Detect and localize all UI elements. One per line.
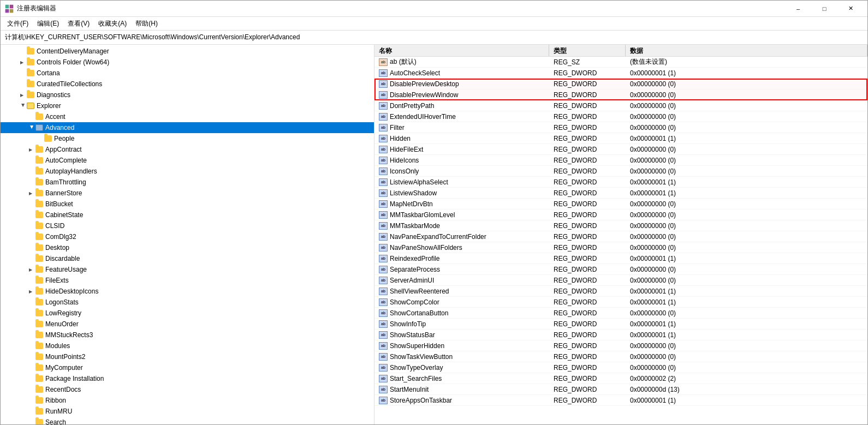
tree-item-Ribbon[interactable]: Ribbon xyxy=(1,395,374,406)
tree-item-FeatureUsage[interactable]: ▶ FeatureUsage xyxy=(1,264,374,275)
values-panel[interactable]: 名称 类型 数据 ab ab (默认) REG_SZ (数值未设置) xyxy=(374,45,867,424)
svg-rect-2 xyxy=(5,9,9,13)
close-button[interactable]: ✕ xyxy=(838,1,863,17)
tree-item-MenuOrder[interactable]: MenuOrder xyxy=(1,319,374,330)
tree-item-HideDesktopIcons[interactable]: ▶ HideDesktopIcons xyxy=(1,286,374,297)
value-row-ReindexedProfile[interactable]: ab ReindexedProfile REG_DWORD 0x00000001… xyxy=(374,253,867,264)
menu-view[interactable]: 查看(V) xyxy=(63,18,94,29)
value-row-ListviewAlphaSelect[interactable]: ab ListviewAlphaSelect REG_DWORD 0x00000… xyxy=(374,177,867,188)
value-row-ServerAdminUI[interactable]: ab ServerAdminUI REG_DWORD 0x00000000 (0… xyxy=(374,275,867,286)
values-list: ab ab (默认) REG_SZ (数值未设置) ab AutoCheckSe… xyxy=(374,57,867,406)
tree-item-RecentDocs[interactable]: RecentDocs xyxy=(1,384,374,395)
tree-item-AppContract[interactable]: ▶ AppContract xyxy=(1,144,374,155)
address-bar: 计算机\HKEY_CURRENT_USER\SOFTWARE\Microsoft… xyxy=(1,31,867,45)
tree-item-BannerStore[interactable]: ▶ BannerStore xyxy=(1,188,374,199)
highlighted-group: ab DisablePreviewDesktop REG_DWORD 0x000… xyxy=(374,79,867,100)
tree-item-ControlsFolder[interactable]: ▶ Controls Folder (Wow64) xyxy=(1,57,374,68)
menu-help[interactable]: 帮助(H) xyxy=(131,18,162,29)
app-icon xyxy=(5,4,14,13)
menu-file[interactable]: 文件(F) xyxy=(3,18,33,29)
tree-item-Modules[interactable]: Modules xyxy=(1,340,374,351)
value-row-StartMenuInit[interactable]: ab StartMenuInit REG_DWORD 0x0000000d (1… xyxy=(374,384,867,395)
tree-item-Diagnostics[interactable]: ▶ Diagnostics xyxy=(1,89,374,100)
value-row-ExtendedUIHoverTime[interactable]: ab ExtendedUIHoverTime REG_DWORD 0x00000… xyxy=(374,111,867,122)
tree-item-PackageInstallation[interactable]: Package Installation xyxy=(1,373,374,384)
registry-editor-window: 注册表编辑器 – □ ✕ 文件(F) 编辑(E) 查看(V) 收藏夹(A) 帮助… xyxy=(0,0,868,425)
maximize-button[interactable]: □ xyxy=(812,1,837,17)
tree-item-MMStuckRects3[interactable]: MMStuckRects3 xyxy=(1,330,374,340)
value-row-ShowTaskViewButton[interactable]: ab ShowTaskViewButton REG_DWORD 0x000000… xyxy=(374,351,867,362)
reg-dword-icon-dpw: ab xyxy=(379,91,388,99)
value-row-SeparateProcess[interactable]: ab SeparateProcess REG_DWORD 0x00000000 … xyxy=(374,264,867,275)
tree-item-BamThrottling[interactable]: BamThrottling xyxy=(1,177,374,188)
tree-item-MyComputer[interactable]: MyComputer xyxy=(1,362,374,373)
tree-item-LowRegistry[interactable]: LowRegistry xyxy=(1,308,374,319)
value-row-ShowTypeOverlay[interactable]: ab ShowTypeOverlay REG_DWORD 0x00000000 … xyxy=(374,362,867,373)
tree-item-AutoComplete[interactable]: AutoComplete xyxy=(1,155,374,166)
value-row-ListviewShadow[interactable]: ab ListviewShadow REG_DWORD 0x00000001 (… xyxy=(374,188,867,199)
value-row-StoreAppsOnTaskbar[interactable]: ab StoreAppsOnTaskbar REG_DWORD 0x000000… xyxy=(374,395,867,406)
tree-item-ContentDeliveryManager[interactable]: ContentDeliveryManager xyxy=(1,46,374,57)
tree-item-RunMRU[interactable]: RunMRU xyxy=(1,406,374,417)
value-row-DisablePreviewDesktop[interactable]: ab DisablePreviewDesktop REG_DWORD 0x000… xyxy=(374,79,867,89)
value-row-DontPrettyPath[interactable]: ab DontPrettyPath REG_DWORD 0x00000000 (… xyxy=(374,100,867,111)
value-row-Hidden[interactable]: ab Hidden REG_DWORD 0x00000001 (1) xyxy=(374,133,867,144)
value-row-ShowCortanaButton[interactable]: ab ShowCortanaButton REG_DWORD 0x0000000… xyxy=(374,308,867,319)
tree-item-LogonStats[interactable]: LogonStats xyxy=(1,297,374,308)
value-row-MapNetDrvBtn[interactable]: ab MapNetDrvBtn REG_DWORD 0x00000000 (0) xyxy=(374,199,867,209)
value-row-NavPaneShowAllFolders[interactable]: ab NavPaneShowAllFolders REG_DWORD 0x000… xyxy=(374,242,867,253)
tree-item-ComDlg32[interactable]: ComDlg32 xyxy=(1,231,374,242)
main-content: ContentDeliveryManager ▶ Controls Folder… xyxy=(1,45,867,424)
tree-item-People[interactable]: People xyxy=(1,133,374,144)
value-row-AutoCheckSelect[interactable]: ab AutoCheckSelect REG_DWORD 0x00000001 … xyxy=(374,68,867,79)
value-row-ShellViewReentered[interactable]: ab ShellViewReentered REG_DWORD 0x000000… xyxy=(374,286,867,297)
value-row-IconsOnly[interactable]: ab IconsOnly REG_DWORD 0x00000000 (0) xyxy=(374,166,867,177)
menu-bar: 文件(F) 编辑(E) 查看(V) 收藏夹(A) 帮助(H) xyxy=(1,17,867,31)
address-text: 计算机\HKEY_CURRENT_USER\SOFTWARE\Microsoft… xyxy=(5,33,300,42)
tree-item-Cortana[interactable]: Cortana xyxy=(1,68,374,79)
header-name[interactable]: 名称 xyxy=(374,45,549,56)
svg-rect-3 xyxy=(10,9,13,13)
value-row-ShowSuperHidden[interactable]: ab ShowSuperHidden REG_DWORD 0x00000000 … xyxy=(374,340,867,351)
tree-item-BitBucket[interactable]: BitBucket xyxy=(1,199,374,209)
tree-item-FileExts[interactable]: FileExts xyxy=(1,275,374,286)
value-row-MMTaskbarGlomLevel[interactable]: ab MMTaskbarGlomLevel REG_DWORD 0x000000… xyxy=(374,209,867,220)
value-row-ShowStatusBar[interactable]: ab ShowStatusBar REG_DWORD 0x00000001 (1… xyxy=(374,330,867,340)
tree-item-CabinetState[interactable]: CabinetState xyxy=(1,209,374,220)
value-row-NavPaneExpandToCurrentFolder[interactable]: ab NavPaneExpandToCurrentFolder REG_DWOR… xyxy=(374,231,867,242)
tree-item-Accent[interactable]: Accent xyxy=(1,111,374,122)
svg-rect-1 xyxy=(10,5,13,8)
tree-item-Search[interactable]: Search xyxy=(1,417,374,424)
reg-dword-icon-dpd: ab xyxy=(379,80,388,88)
tree-item-Advanced[interactable]: ▶ Advanced ◄ xyxy=(1,122,374,133)
reg-dword-icon: ab xyxy=(379,69,388,77)
value-row-Filter[interactable]: ab Filter REG_DWORD 0x00000000 (0) xyxy=(374,122,867,133)
reg-sz-icon: ab xyxy=(379,58,388,66)
header-data[interactable]: 数据 xyxy=(626,45,867,56)
value-row-default[interactable]: ab ab (默认) REG_SZ (数值未设置) xyxy=(374,57,867,68)
tree-item-CLSID[interactable]: CLSID xyxy=(1,220,374,231)
tree-item-CuratedTileCollections[interactable]: CuratedTileCollections xyxy=(1,79,374,89)
values-header: 名称 类型 数据 xyxy=(374,45,867,57)
tree-item-Desktop[interactable]: Desktop xyxy=(1,242,374,253)
tree-item-AutoplayHandlers[interactable]: AutoplayHandlers xyxy=(1,166,374,177)
value-row-HideFileExt[interactable]: ab HideFileExt REG_DWORD 0x00000000 (0) xyxy=(374,144,867,155)
svg-rect-0 xyxy=(5,5,9,8)
value-row-ShowCompColor[interactable]: ab ShowCompColor REG_DWORD 0x00000001 (1… xyxy=(374,297,867,308)
header-type[interactable]: 类型 xyxy=(549,45,626,56)
value-row-DisablePreviewWindow[interactable]: ab DisablePreviewWindow REG_DWORD 0x0000… xyxy=(374,89,867,100)
value-row-Start_SearchFiles[interactable]: ab Start_SearchFiles REG_DWORD 0x0000000… xyxy=(374,373,867,384)
title-bar: 注册表编辑器 – □ ✕ xyxy=(1,1,867,17)
menu-edit[interactable]: 编辑(E) xyxy=(33,18,63,29)
title-text: 注册表编辑器 xyxy=(17,4,786,13)
tree-item-Explorer[interactable]: ▶ Explorer xyxy=(1,100,374,111)
value-row-ShowInfoTip[interactable]: ab ShowInfoTip REG_DWORD 0x00000001 (1) xyxy=(374,319,867,330)
menu-favorites[interactable]: 收藏夹(A) xyxy=(94,18,131,29)
value-row-MMTaskbarMode[interactable]: ab MMTaskbarMode REG_DWORD 0x00000000 (0… xyxy=(374,220,867,231)
tree-panel[interactable]: ContentDeliveryManager ▶ Controls Folder… xyxy=(1,45,374,424)
minimize-button[interactable]: – xyxy=(786,1,811,17)
tree-item-Discardable[interactable]: Discardable xyxy=(1,253,374,264)
window-controls: – □ ✕ xyxy=(786,1,863,17)
tree-item-MountPoints2[interactable]: MountPoints2 xyxy=(1,351,374,362)
value-row-HideIcons[interactable]: ab HideIcons REG_DWORD 0x00000000 (0) xyxy=(374,155,867,166)
